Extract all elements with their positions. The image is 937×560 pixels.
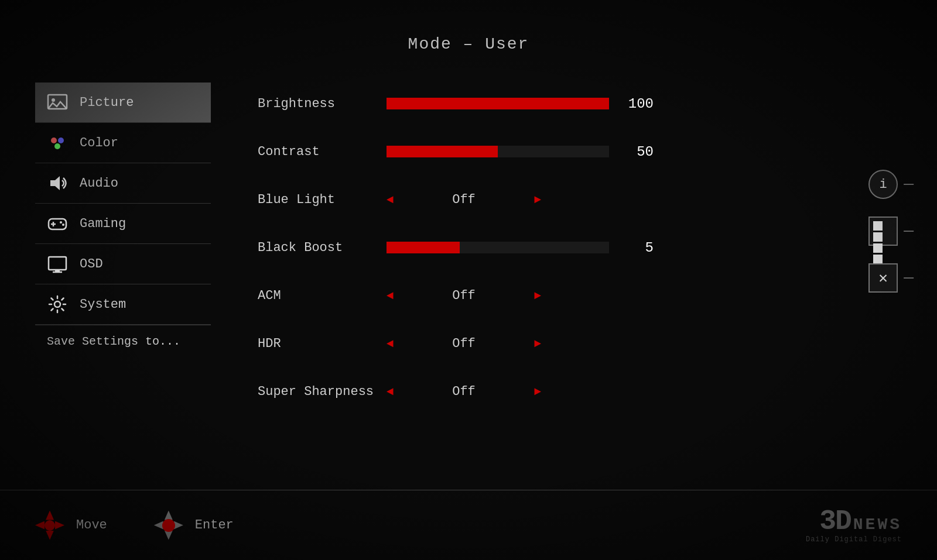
svg-rect-11 (49, 257, 66, 270)
move-hint: Move (35, 511, 107, 540)
contrast-fill (387, 146, 498, 157)
sidebar-label-gaming: Gaming (80, 217, 126, 231)
logo-news: NEWS (853, 516, 902, 534)
enter-dpad-right (174, 521, 183, 530)
hdr-left-arrow[interactable]: ◄ (387, 337, 394, 351)
info-button[interactable]: i (868, 170, 898, 199)
blue-light-value: Off (405, 193, 522, 207)
sidebar-item-color[interactable]: Color (35, 123, 211, 163)
svg-point-3 (58, 138, 64, 143)
audio-icon (47, 173, 68, 194)
sidebar: Picture Color Audio (35, 83, 211, 358)
close-button[interactable]: ✕ (868, 263, 898, 293)
close-icon-row: ✕ — (868, 263, 914, 293)
acm-left-arrow[interactable]: ◄ (387, 289, 394, 303)
page-title: Mode – User (0, 0, 937, 53)
move-label: Move (76, 518, 107, 532)
picture-icon (47, 92, 68, 113)
grid-dash: — (904, 223, 914, 239)
brightness-fill (387, 98, 609, 109)
super-sharpness-control: ◄ Off ► (387, 384, 937, 399)
enter-dpad-center (162, 519, 175, 532)
dpad-up (46, 511, 54, 520)
sidebar-label-picture: Picture (80, 95, 134, 110)
acm-label: ACM (258, 288, 387, 303)
info-dash: — (904, 176, 914, 193)
super-sharpness-value: Off (405, 384, 522, 399)
contrast-label: Contrast (258, 145, 387, 159)
hdr-right-arrow[interactable]: ► (534, 337, 541, 351)
right-icons-panel: i — — ✕ — (868, 170, 914, 293)
svg-point-4 (54, 143, 60, 149)
acm-row: ACM ◄ Off ► (258, 280, 937, 311)
super-sharpness-row: Super Sharpness ◄ Off ► (258, 376, 937, 407)
blue-light-label: Blue Light (258, 193, 387, 207)
move-dpad (35, 511, 64, 540)
contrast-slider[interactable] (387, 146, 609, 157)
bottom-bar: Move Enter 3D NEWS Daily Digital Digest (0, 490, 937, 560)
enter-dpad-down (165, 531, 173, 540)
brightness-slider[interactable] (387, 98, 609, 109)
svg-point-2 (51, 138, 57, 143)
blue-light-control: ◄ Off ► (387, 193, 937, 207)
enter-label: Enter (195, 518, 234, 532)
blue-light-right-arrow[interactable]: ► (534, 193, 541, 207)
close-icon: ✕ (878, 269, 888, 287)
brightness-row: Brightness 100 (258, 88, 937, 119)
acm-control: ◄ Off ► (387, 288, 937, 303)
acm-right-arrow[interactable]: ► (534, 289, 541, 303)
dpad-left (35, 521, 45, 530)
main-container: Picture Color Audio (0, 83, 937, 424)
dpad-center (45, 520, 55, 531)
sidebar-item-audio[interactable]: Audio (35, 163, 211, 204)
grid-icon-row: — (868, 217, 914, 246)
blue-light-left-arrow[interactable]: ◄ (387, 193, 394, 207)
sidebar-label-osd: OSD (80, 257, 103, 272)
gaming-icon (47, 213, 68, 234)
acm-value: Off (405, 288, 522, 303)
brightness-label: Brightness (258, 97, 387, 111)
sidebar-item-system[interactable]: System (35, 284, 211, 325)
close-dash: — (904, 270, 914, 286)
svg-point-1 (52, 98, 55, 102)
black-boost-control: 5 (387, 240, 937, 256)
svg-point-14 (54, 301, 60, 307)
contrast-row: Contrast 50 (258, 136, 937, 167)
black-boost-row: Black Boost 5 (258, 232, 937, 263)
sidebar-item-osd[interactable]: OSD (35, 244, 211, 284)
grid-cell-1 (873, 221, 883, 231)
content-area: Brightness 100 Contrast 50 Blue Light ◄ (258, 83, 937, 424)
sidebar-label-system: System (80, 297, 126, 312)
brightness-value: 100 (618, 96, 654, 112)
hdr-value: Off (405, 336, 522, 351)
logo-area: 3D NEWS Daily Digital Digest (806, 507, 902, 544)
brightness-control: 100 (387, 96, 937, 112)
sidebar-item-gaming[interactable]: Gaming (35, 204, 211, 244)
black-boost-label: Black Boost (258, 241, 387, 255)
enter-hint: Enter (154, 511, 234, 540)
black-boost-fill (387, 242, 460, 253)
dpad-right (55, 521, 64, 530)
super-sharpness-right-arrow[interactable]: ► (534, 385, 541, 398)
super-sharpness-left-arrow[interactable]: ◄ (387, 385, 394, 398)
super-sharpness-label: Super Sharpness (258, 384, 387, 399)
grid-button[interactable] (868, 217, 898, 246)
hdr-label: HDR (258, 336, 387, 351)
logo-subtitle: Daily Digital Digest (806, 535, 902, 544)
logo-3d: 3D (819, 507, 851, 535)
svg-marker-5 (50, 176, 60, 190)
contrast-control: 50 (387, 144, 937, 160)
enter-dpad (154, 511, 183, 540)
hdr-control: ◄ Off ► (387, 336, 937, 351)
svg-point-10 (62, 224, 64, 226)
svg-point-9 (60, 221, 62, 224)
contrast-value: 50 (618, 144, 654, 160)
osd-icon (47, 253, 68, 274)
save-settings-button[interactable]: Save Settings to... (35, 325, 211, 358)
sidebar-item-picture[interactable]: Picture (35, 83, 211, 123)
info-icon-row: i — (868, 170, 914, 199)
grid-cell-4 (873, 255, 883, 264)
black-boost-slider[interactable] (387, 242, 609, 253)
grid-cell-2 (873, 232, 883, 242)
color-icon (47, 132, 68, 153)
